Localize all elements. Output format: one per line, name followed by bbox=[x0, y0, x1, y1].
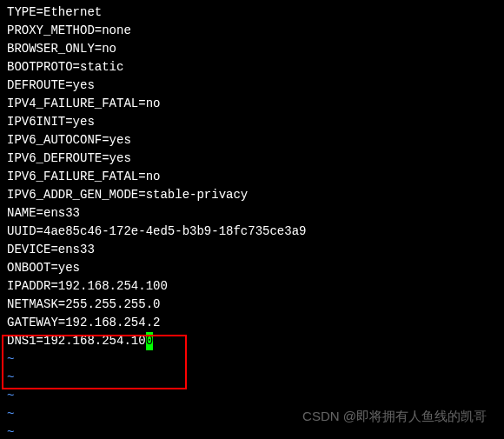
config-line: DEFROUTE=yes bbox=[7, 76, 497, 95]
config-line: IPADDR=192.168.254.100 bbox=[7, 277, 497, 296]
config-line: BOOTPROTO=static bbox=[7, 58, 497, 76]
watermark: CSDN @即将拥有人鱼线的凯哥 bbox=[302, 407, 487, 427]
config-line: NETMASK=255.255.255.0 bbox=[7, 296, 497, 314]
terminal-output: TYPE=Ethernet PROXY_METHOD=none BROWSER_… bbox=[7, 3, 497, 439]
config-line: UUID=4ae85c46-172e-4ed5-b3b9-18fc735ce3a… bbox=[7, 223, 497, 241]
config-line: IPV4_FAILURE_FATAL=no bbox=[7, 95, 497, 113]
config-line: PROXY_METHOD=none bbox=[7, 22, 497, 40]
config-line: ONBOOT=yes bbox=[7, 259, 497, 277]
empty-line-tilde: ~ bbox=[7, 387, 497, 405]
dns-prefix: DNS1=192.168.254.10 bbox=[7, 334, 146, 348]
config-line: IPV6_FAILURE_FATAL=no bbox=[7, 168, 497, 186]
config-line: TYPE=Ethernet bbox=[7, 3, 497, 22]
cursor: 0 bbox=[146, 332, 153, 350]
config-line: NAME=ens33 bbox=[7, 204, 497, 223]
config-line: IPV6_AUTOCONF=yes bbox=[7, 131, 497, 150]
config-line: DEVICE=ens33 bbox=[7, 241, 497, 259]
config-line: IPV6_ADDR_GEN_MODE=stable-privacy bbox=[7, 186, 497, 204]
config-line: IPV6INIT=yes bbox=[7, 113, 497, 131]
config-line: GATEWAY=192.168.254.2 bbox=[7, 314, 497, 332]
empty-line-tilde: ~ bbox=[7, 369, 497, 387]
dns-line[interactable]: DNS1=192.168.254.100 bbox=[7, 332, 497, 350]
config-line: BROWSER_ONLY=no bbox=[7, 40, 497, 58]
config-line: IPV6_DEFROUTE=yes bbox=[7, 150, 497, 168]
empty-line-tilde: ~ bbox=[7, 350, 497, 369]
